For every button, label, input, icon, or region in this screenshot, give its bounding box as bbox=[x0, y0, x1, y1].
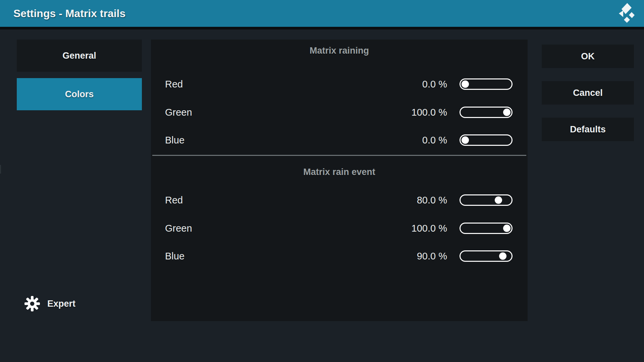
slider-knob[interactable] bbox=[462, 136, 469, 144]
setting-slider[interactable] bbox=[460, 194, 513, 206]
cancel-button[interactable]: Cancel bbox=[542, 81, 634, 105]
settings-dialog: Settings - Matrix trails General Colors … bbox=[0, 0, 644, 362]
setting-label: Green bbox=[165, 107, 192, 118]
slider-knob[interactable] bbox=[499, 252, 506, 260]
gear-icon bbox=[24, 296, 40, 311]
setting-label: Green bbox=[165, 223, 192, 234]
left-edge-scrollbar bbox=[0, 165, 1, 174]
setting-row[interactable]: Green 100.0 % bbox=[151, 223, 528, 234]
setting-value: 0.0 % bbox=[422, 78, 447, 90]
settings-level-label: Expert bbox=[47, 299, 75, 309]
setting-value: 90.0 % bbox=[417, 250, 447, 262]
slider-knob[interactable] bbox=[503, 225, 511, 232]
setting-slider[interactable] bbox=[460, 223, 513, 234]
defaults-button-label: Defaults bbox=[570, 124, 606, 135]
settings-level-toggle[interactable]: Expert bbox=[24, 296, 75, 312]
setting-row[interactable]: Red 0.0 % bbox=[151, 78, 528, 90]
setting-row[interactable]: Blue 90.0 % bbox=[151, 250, 528, 262]
setting-slider[interactable] bbox=[460, 134, 513, 146]
slider-knob[interactable] bbox=[462, 80, 469, 88]
dialog-header: Settings - Matrix trails bbox=[0, 0, 644, 27]
setting-value: 100.0 % bbox=[412, 223, 447, 234]
section-divider bbox=[152, 155, 526, 156]
kodi-logo-icon bbox=[619, 3, 637, 24]
ok-button[interactable]: OK bbox=[542, 45, 634, 68]
setting-row[interactable]: Blue 0.0 % bbox=[151, 134, 528, 146]
dialog-title: Settings - Matrix trails bbox=[13, 0, 125, 27]
header-shadow-strip bbox=[0, 27, 644, 29]
setting-label: Blue bbox=[165, 134, 184, 146]
setting-row[interactable]: Green 100.0 % bbox=[151, 107, 528, 118]
sidebar-item-general[interactable]: General bbox=[17, 40, 142, 72]
slider-knob[interactable] bbox=[495, 196, 502, 204]
sidebar-item-label: Colors bbox=[65, 89, 94, 100]
setting-label: Red bbox=[165, 194, 183, 206]
defaults-button[interactable]: Defaults bbox=[542, 118, 634, 141]
sidebar-item-colors[interactable]: Colors bbox=[17, 78, 142, 110]
setting-slider[interactable] bbox=[460, 107, 513, 118]
setting-label: Red bbox=[165, 78, 183, 90]
section-title: Matrix raining bbox=[151, 46, 528, 56]
setting-row[interactable]: Red 80.0 % bbox=[151, 194, 528, 206]
setting-value: 0.0 % bbox=[422, 134, 447, 146]
section-title: Matrix rain event bbox=[151, 167, 528, 177]
setting-value: 100.0 % bbox=[412, 107, 447, 118]
settings-panel: Matrix raining Red 0.0 % Green 100.0 % B… bbox=[151, 40, 528, 321]
setting-slider[interactable] bbox=[460, 78, 513, 90]
slider-knob[interactable] bbox=[503, 109, 511, 116]
setting-value: 80.0 % bbox=[417, 194, 447, 206]
ok-button-label: OK bbox=[581, 51, 595, 62]
setting-slider[interactable] bbox=[460, 250, 513, 262]
setting-label: Blue bbox=[165, 250, 184, 262]
sidebar-item-label: General bbox=[62, 51, 96, 61]
cancel-button-label: Cancel bbox=[573, 88, 603, 98]
